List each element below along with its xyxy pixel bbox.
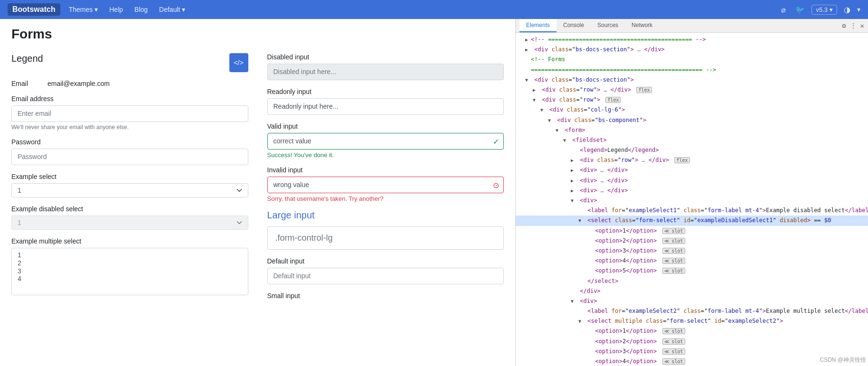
valid-input-group: Valid input ✓ Success! You've done it. [267, 122, 504, 159]
navbar-right: ⌀ 🐦 v5.3 ▾ ◑ ▾ [778, 3, 860, 16]
devtools-panel: Elements Console Sources Network ⚙ ⋮ ✕ <… [515, 19, 868, 366]
disabled-select-label: Example disabled select [11, 205, 248, 213]
code-toggle-button[interactable]: </> [229, 53, 248, 72]
large-input[interactable] [267, 226, 504, 250]
dom-line[interactable]: <!-- ===================================… [516, 35, 868, 45]
example-select-label: Example select [11, 173, 248, 180]
dom-line[interactable]: <option>5</option> ≪ slot [516, 266, 868, 276]
dom-line[interactable]: <div> [516, 196, 868, 206]
theme-toggle-icon[interactable]: ◑ [841, 3, 853, 16]
dom-line[interactable]: <div class="bs-docs-section"> [516, 75, 868, 85]
invalid-exclamation-icon: ⊙ [493, 180, 499, 189]
twitter-icon[interactable]: 🐦 [793, 3, 808, 16]
valid-checkmark-icon: ✓ [493, 137, 499, 146]
form-email-row: Email email@example.com [11, 80, 248, 87]
valid-input-label: Valid input [267, 122, 504, 130]
dom-line[interactable]: <div> [516, 296, 868, 306]
dom-line[interactable]: <fieldset> [516, 135, 868, 145]
dom-line[interactable]: <select class="form-select" id="exampleD… [516, 216, 868, 225]
email-address-label: Email address [11, 95, 248, 103]
password-label: Password [11, 138, 248, 146]
dom-line[interactable]: <option>4</option> ≪ slot [516, 256, 868, 266]
password-input[interactable] [11, 149, 248, 165]
devtools-content: <!-- ===================================… [516, 33, 868, 366]
legend-title: Legend [11, 53, 43, 64]
dom-line[interactable]: <div class="row"> … </div> flex [516, 85, 868, 95]
nav-item-default[interactable]: Default ▾ [154, 4, 190, 15]
dom-line[interactable]: <!-- Forms [516, 55, 868, 65]
dom-line[interactable]: <div> … </div> [516, 186, 868, 196]
dom-line[interactable]: <option>3</option> ≪ slot [516, 246, 868, 256]
dom-line[interactable]: <div class="bs-component"> [516, 115, 868, 125]
left-panel: Forms Legend </> Email email@example.com… [0, 19, 515, 366]
invalid-input-group: Invalid input ⊙ Sorry, that username's t… [267, 166, 504, 202]
devtools-tab-sources[interactable]: Sources [591, 19, 625, 32]
dom-line[interactable]: <div class="col-lg-6"> [516, 105, 868, 115]
email-row-value: email@example.com [47, 80, 110, 87]
dom-line[interactable]: <option>1</option> ≪ slot [516, 226, 868, 236]
disabled-input-label: Disabled input [267, 53, 504, 61]
valid-input[interactable] [267, 133, 504, 150]
col-left: Legend </> Email email@example.com Email… [11, 53, 248, 307]
col-right: Disabled input Readonly input Valid inpu… [267, 53, 504, 307]
navbar-nav: Themes ▾ Help Blog Default ▾ [64, 4, 190, 15]
multiple-select[interactable]: 1 2 3 4 [11, 248, 248, 295]
readonly-input-label: Readonly input [267, 88, 504, 95]
dom-line[interactable]: <div> … </div> [516, 176, 868, 186]
dom-line[interactable]: <option>2</option> ≪ slot [516, 337, 868, 347]
dom-line[interactable]: <form> [516, 125, 868, 135]
multiple-select-group: Example multiple select 1 2 3 4 [11, 237, 248, 295]
watermark: CSDN @神灵怪怪 [820, 356, 866, 364]
dom-line[interactable]: <option>1</option> ≪ slot [516, 326, 868, 336]
dom-line[interactable]: <div class="row"> flex [516, 95, 868, 105]
email-row-label: Email [11, 80, 40, 87]
dom-line[interactable]: <select multiple class="form-select" id=… [516, 316, 868, 326]
small-input-group: Small input [267, 292, 504, 300]
navbar-brand[interactable]: Bootswatch [8, 3, 60, 16]
valid-input-wrapper: ✓ [267, 133, 504, 150]
dom-line[interactable]: <div> … </div> [516, 165, 868, 175]
dom-line[interactable]: <label for="exampleSelect1" class="form-… [516, 206, 868, 216]
nav-item-themes[interactable]: Themes ▾ [64, 4, 103, 15]
disabled-input [267, 64, 504, 80]
default-input-label: Default input [267, 257, 504, 265]
email-address-input[interactable] [11, 105, 248, 122]
dom-line[interactable]: </div> [516, 286, 868, 296]
navbar: Bootswatch Themes ▾ Help Blog Default ▾ … [0, 0, 868, 19]
dom-line[interactable]: <div class="bs-docs-section"> … </div> [516, 45, 868, 55]
password-group: Password [11, 138, 248, 165]
github-icon[interactable]: ⌀ [778, 3, 789, 16]
dom-line[interactable]: <legend>Legend</legend> [516, 145, 868, 155]
devtools-close-icon[interactable]: ✕ [860, 22, 864, 29]
dom-line[interactable]: <option>3</option> ≪ slot [516, 347, 868, 357]
example-select[interactable]: 1 2 3 4 5 [11, 183, 248, 197]
large-input-group: Large input [267, 210, 504, 250]
devtools-tab-icons: ⚙ ⋮ ✕ [842, 19, 864, 32]
invalid-input[interactable] [267, 177, 504, 193]
multiple-select-label: Example multiple select [11, 237, 248, 245]
section-header: Legend </> [11, 53, 248, 72]
dom-line[interactable]: <label for="exampleSelect2" class="form-… [516, 306, 868, 316]
main-layout: Forms Legend </> Email email@example.com… [0, 19, 868, 366]
dom-line[interactable]: <option>4</option> ≪ slot [516, 357, 868, 366]
devtools-overflow-icon[interactable]: ⋮ [850, 22, 857, 29]
dom-line[interactable]: ========================================… [516, 65, 868, 75]
devtools-tab-elements[interactable]: Elements [519, 19, 557, 32]
devtools-tab-network[interactable]: Network [625, 19, 659, 32]
invalid-input-label: Invalid input [267, 166, 504, 174]
devtools-tabs: Elements Console Sources Network ⚙ ⋮ ✕ [516, 19, 868, 33]
devtools-tab-console[interactable]: Console [557, 19, 591, 32]
default-input[interactable] [267, 268, 504, 284]
invalid-input-wrapper: ⊙ [267, 177, 504, 193]
version-dropdown[interactable]: v5.3 ▾ [811, 5, 837, 15]
readonly-input[interactable] [267, 98, 504, 115]
devtools-settings-icon[interactable]: ⚙ [842, 22, 846, 29]
nav-item-blog[interactable]: Blog [130, 4, 152, 15]
dom-line[interactable]: <option>2</option> ≪ slot [516, 236, 868, 246]
large-input-label: Large input [267, 210, 504, 221]
invalid-feedback: Sorry, that username's taken. Try anothe… [267, 195, 504, 202]
dom-line[interactable]: <div class="row"> … </div> flex [516, 155, 868, 165]
dom-line[interactable]: </select> [516, 276, 868, 286]
small-input-label: Small input [267, 292, 504, 300]
nav-item-help[interactable]: Help [104, 4, 128, 15]
